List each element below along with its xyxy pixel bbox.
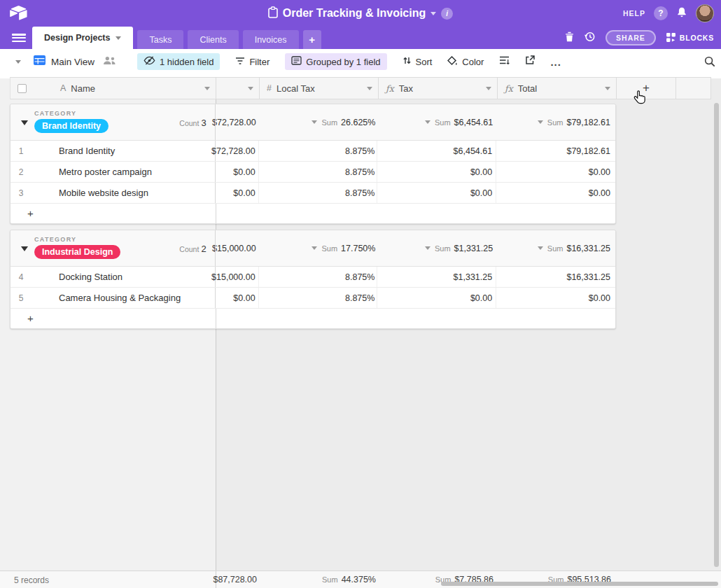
question-icon[interactable]: ? [654, 6, 668, 20]
column-header-total[interactable]: ƒx Total [498, 78, 617, 99]
column-header-local-tax[interactable]: # Local Tax [260, 78, 379, 99]
group-sum-tax[interactable]: Sum $1,331.25 [377, 230, 496, 266]
cell-amount[interactable]: $15,000.00 [216, 267, 259, 287]
column-header-name[interactable]: A Name [10, 78, 216, 99]
column-header-amount-clipped[interactable] [216, 78, 260, 99]
cell-amount[interactable]: $0.00 [216, 162, 259, 182]
chevron-down-icon[interactable] [312, 246, 317, 250]
help-button[interactable]: HELP [623, 9, 645, 18]
notifications-bell-icon[interactable] [676, 6, 687, 21]
tab-tasks[interactable]: Tasks [137, 30, 183, 49]
table-row[interactable]: 1 Brand Identity $72,728.00 8.875% $6,45… [10, 141, 615, 162]
tab-clients[interactable]: Clients [188, 30, 238, 49]
cell-name[interactable]: Metro poster campaign [59, 167, 152, 177]
color-button[interactable]: Color [447, 56, 484, 68]
chevron-down-icon[interactable] [425, 246, 430, 250]
cell-name[interactable]: Camera Housing & Packaging [59, 293, 181, 303]
hidden-fields-button[interactable]: 1 hidden field [137, 53, 220, 70]
group-button[interactable]: Grouped by 1 field [285, 53, 386, 70]
chevron-down-icon[interactable] [425, 120, 430, 124]
table-row[interactable]: 3 Mobile website design $0.00 8.875% $0.… [10, 183, 615, 204]
horizontal-scrollbar[interactable] [441, 582, 718, 586]
cell-amount[interactable]: $0.00 [216, 183, 259, 203]
cell-tax[interactable]: $0.00 [377, 183, 496, 203]
menu-hamburger-icon[interactable] [12, 32, 26, 43]
group-sum-local-tax[interactable]: Sum 26.625% [259, 104, 378, 140]
sort-button[interactable]: Sort [402, 56, 433, 67]
add-record-plus-icon[interactable]: + [27, 312, 34, 324]
chevron-down-icon[interactable] [367, 87, 372, 90]
footer-sum-amount[interactable]: $87,728.00 [213, 575, 257, 584]
blocks-button[interactable]: BLOCKS [666, 32, 714, 44]
filter-button[interactable]: Filter [235, 57, 270, 67]
cell-name[interactable]: Docking Station [59, 272, 122, 282]
category-badge[interactable]: Brand Identity [34, 119, 108, 133]
trash-icon[interactable] [565, 31, 574, 45]
share-button[interactable]: SHARE [606, 30, 656, 46]
base-title[interactable]: Order Tracking & Invoicing [283, 7, 426, 20]
table-row[interactable]: 4 Docking Station $15,000.00 8.875% $1,3… [10, 267, 615, 288]
open-view-icon[interactable] [525, 55, 535, 68]
cell-amount[interactable]: $72,728.00 [216, 141, 259, 161]
cell-name[interactable]: Mobile website design [59, 188, 148, 198]
group-sum-total[interactable]: Sum $16,331.25 [496, 230, 615, 266]
footer-sum-local-tax[interactable]: Sum44.375% [322, 575, 376, 584]
tab-design-projects[interactable]: Design Projects [32, 27, 133, 49]
group-header: CATEGORY Brand Identity Count3 $72,728.0… [10, 104, 615, 141]
cell-total[interactable]: $0.00 [496, 183, 615, 203]
category-badge[interactable]: Industrial Design [34, 245, 120, 259]
search-icon[interactable] [704, 56, 715, 70]
chevron-down-icon[interactable] [430, 12, 436, 15]
chevron-down-icon[interactable] [538, 246, 543, 250]
cell-local-tax[interactable]: 8.875% [259, 267, 378, 287]
cell-local-tax[interactable]: 8.875% [259, 288, 378, 308]
chevron-down-icon[interactable] [486, 87, 491, 90]
more-options-button[interactable]: ... [550, 56, 561, 68]
add-table-button[interactable]: + [303, 30, 321, 49]
cell-total[interactable]: $0.00 [496, 288, 615, 308]
info-icon[interactable]: i [441, 8, 453, 20]
group-sum-amount[interactable]: $72,728.00 [216, 104, 259, 140]
group-sum-amount[interactable]: $15,000.00 [216, 230, 259, 266]
select-all-checkbox[interactable] [18, 84, 27, 93]
chevron-down-icon[interactable] [115, 36, 121, 40]
cell-local-tax[interactable]: 8.875% [259, 141, 378, 161]
chevron-down-icon[interactable] [248, 87, 253, 90]
chevron-down-icon[interactable] [312, 120, 317, 124]
cell-tax[interactable]: $0.00 [377, 162, 496, 182]
collapse-group-icon[interactable] [21, 246, 28, 251]
row-number: 3 [15, 188, 27, 198]
chevron-down-icon[interactable] [204, 87, 210, 90]
chevron-down-icon[interactable] [605, 87, 610, 90]
column-header-tax[interactable]: ƒx Tax [379, 78, 498, 99]
vertical-scrollbar[interactable] [714, 103, 719, 567]
view-sidebar-chevron-icon[interactable] [15, 60, 21, 64]
cell-tax[interactable]: $6,454.61 [377, 141, 496, 161]
user-avatar[interactable] [696, 4, 714, 22]
cell-total[interactable]: $16,331.25 [496, 267, 615, 287]
table-row[interactable]: 2 Metro poster campaign $0.00 8.875% $0.… [10, 162, 615, 183]
collaborators-icon[interactable] [103, 55, 116, 68]
group-sum-total[interactable]: Sum $79,182.61 [496, 104, 615, 140]
chevron-down-icon[interactable] [538, 120, 543, 124]
group-sum-local-tax[interactable]: Sum 17.750% [259, 230, 378, 266]
view-name[interactable]: Main View [51, 57, 94, 67]
add-record-row[interactable]: + [10, 309, 615, 328]
cell-tax[interactable]: $1,331.25 [377, 267, 496, 287]
cell-local-tax[interactable]: 8.875% [259, 162, 378, 182]
tab-invoices[interactable]: Invoices [243, 30, 299, 49]
collapse-group-icon[interactable] [21, 120, 28, 125]
row-height-icon[interactable] [499, 55, 510, 68]
cell-local-tax[interactable]: 8.875% [259, 183, 378, 203]
mouse-cursor-hand [632, 90, 648, 109]
group-sum-tax[interactable]: Sum $6,454.61 [377, 104, 496, 140]
cell-name[interactable]: Brand Identity [59, 146, 115, 156]
cell-total[interactable]: $79,182.61 [496, 141, 615, 161]
add-record-row[interactable]: + [10, 204, 615, 223]
table-row[interactable]: 5 Camera Housing & Packaging $0.00 8.875… [10, 288, 615, 309]
history-icon[interactable] [584, 31, 596, 46]
cell-amount[interactable]: $0.00 [216, 288, 259, 308]
cell-tax[interactable]: $0.00 [377, 288, 496, 308]
cell-total[interactable]: $0.00 [496, 162, 615, 182]
add-record-plus-icon[interactable]: + [27, 207, 34, 219]
